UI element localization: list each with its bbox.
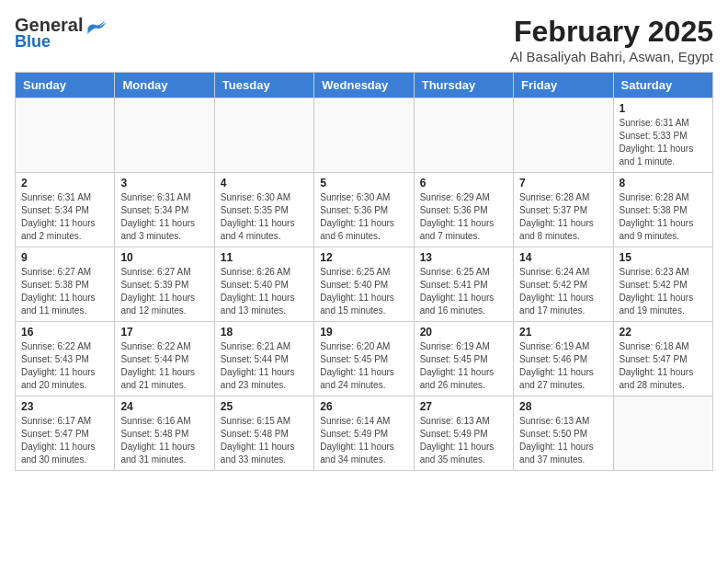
logo: General Blue (15, 15, 107, 52)
day-number: 14 (519, 251, 607, 264)
day-info: Sunrise: 6:25 AM Sunset: 5:41 PM Dayligh… (420, 266, 507, 317)
day-number: 12 (320, 251, 407, 264)
day-info: Sunrise: 6:21 AM Sunset: 5:44 PM Dayligh… (221, 340, 308, 392)
day-number: 25 (221, 400, 308, 413)
day-info: Sunrise: 6:20 AM Sunset: 5:45 PM Dayligh… (320, 340, 407, 392)
day-number: 28 (519, 400, 607, 413)
day-info: Sunrise: 6:19 AM Sunset: 5:46 PM Dayligh… (519, 340, 607, 392)
calendar-day-cell: 23Sunrise: 6:17 AM Sunset: 5:47 PM Dayli… (16, 396, 115, 471)
calendar-week-row: 23Sunrise: 6:17 AM Sunset: 5:47 PM Dayli… (16, 396, 713, 471)
day-number: 27 (420, 400, 507, 413)
calendar-day-cell: 2Sunrise: 6:31 AM Sunset: 5:34 PM Daylig… (16, 173, 115, 247)
logo-bird-icon (85, 17, 107, 35)
calendar-day-cell (314, 98, 414, 173)
day-info: Sunrise: 6:23 AM Sunset: 5:42 PM Dayligh… (620, 266, 707, 317)
day-info: Sunrise: 6:17 AM Sunset: 5:47 PM Dayligh… (21, 415, 108, 466)
calendar-subtitle: Al Basaliyah Bahri, Aswan, Egypt (510, 49, 713, 64)
day-info: Sunrise: 6:14 AM Sunset: 5:49 PM Dayligh… (320, 415, 407, 466)
calendar-day-cell: 24Sunrise: 6:16 AM Sunset: 5:48 PM Dayli… (115, 396, 214, 471)
calendar-day-cell: 5Sunrise: 6:30 AM Sunset: 5:36 PM Daylig… (314, 173, 414, 247)
day-info: Sunrise: 6:30 AM Sunset: 5:35 PM Dayligh… (221, 191, 308, 243)
day-number: 6 (420, 177, 507, 190)
weekday-header-friday: Friday (514, 73, 613, 98)
weekday-header-thursday: Thursday (414, 73, 513, 98)
calendar-day-cell: 6Sunrise: 6:29 AM Sunset: 5:36 PM Daylig… (414, 173, 513, 247)
day-info: Sunrise: 6:27 AM Sunset: 5:38 PM Dayligh… (21, 266, 108, 317)
day-info: Sunrise: 6:15 AM Sunset: 5:48 PM Dayligh… (221, 415, 308, 466)
day-number: 16 (21, 326, 108, 339)
day-number: 19 (320, 326, 407, 339)
calendar-day-cell: 3Sunrise: 6:31 AM Sunset: 5:34 PM Daylig… (115, 173, 214, 247)
day-info: Sunrise: 6:22 AM Sunset: 5:43 PM Dayligh… (21, 340, 108, 392)
calendar-day-cell: 9Sunrise: 6:27 AM Sunset: 5:38 PM Daylig… (16, 247, 115, 322)
calendar-day-cell: 17Sunrise: 6:22 AM Sunset: 5:44 PM Dayli… (115, 322, 214, 396)
day-info: Sunrise: 6:28 AM Sunset: 5:37 PM Dayligh… (519, 191, 607, 243)
day-number: 2 (21, 177, 108, 190)
calendar-header-row: SundayMondayTuesdayWednesdayThursdayFrid… (16, 73, 713, 98)
calendar-day-cell: 19Sunrise: 6:20 AM Sunset: 5:45 PM Dayli… (314, 322, 414, 396)
day-number: 22 (620, 326, 707, 339)
calendar-week-row: 9Sunrise: 6:27 AM Sunset: 5:38 PM Daylig… (16, 247, 713, 322)
day-info: Sunrise: 6:19 AM Sunset: 5:45 PM Dayligh… (420, 340, 507, 392)
day-number: 8 (620, 177, 707, 190)
header-area: General Blue February 2025 Al Basaliyah … (15, 15, 713, 64)
day-info: Sunrise: 6:24 AM Sunset: 5:42 PM Dayligh… (519, 266, 607, 317)
calendar-day-cell (16, 98, 115, 173)
weekday-header-saturday: Saturday (613, 73, 712, 98)
calendar-day-cell: 27Sunrise: 6:13 AM Sunset: 5:49 PM Dayli… (414, 396, 513, 471)
weekday-header-sunday: Sunday (16, 73, 115, 98)
day-info: Sunrise: 6:31 AM Sunset: 5:33 PM Dayligh… (620, 117, 707, 168)
weekday-header-monday: Monday (115, 73, 214, 98)
day-info: Sunrise: 6:16 AM Sunset: 5:48 PM Dayligh… (120, 415, 208, 466)
weekday-header-wednesday: Wednesday (314, 73, 414, 98)
calendar-day-cell: 4Sunrise: 6:30 AM Sunset: 5:35 PM Daylig… (214, 173, 313, 247)
day-number: 7 (519, 177, 607, 190)
calendar-day-cell (115, 98, 214, 173)
day-number: 13 (420, 251, 507, 264)
day-number: 9 (21, 251, 108, 264)
title-area: February 2025 Al Basaliyah Bahri, Aswan,… (510, 15, 713, 64)
calendar-day-cell: 16Sunrise: 6:22 AM Sunset: 5:43 PM Dayli… (16, 322, 115, 396)
calendar-day-cell: 8Sunrise: 6:28 AM Sunset: 5:38 PM Daylig… (613, 173, 712, 247)
day-info: Sunrise: 6:29 AM Sunset: 5:36 PM Dayligh… (420, 191, 507, 243)
day-number: 15 (620, 251, 707, 264)
calendar-week-row: 16Sunrise: 6:22 AM Sunset: 5:43 PM Dayli… (16, 322, 713, 396)
day-number: 10 (120, 251, 208, 264)
day-info: Sunrise: 6:13 AM Sunset: 5:49 PM Dayligh… (420, 415, 507, 466)
day-info: Sunrise: 6:13 AM Sunset: 5:50 PM Dayligh… (519, 415, 607, 466)
calendar-day-cell: 18Sunrise: 6:21 AM Sunset: 5:44 PM Dayli… (214, 322, 313, 396)
day-number: 24 (120, 400, 208, 413)
calendar-day-cell (214, 98, 313, 173)
calendar-day-cell: 25Sunrise: 6:15 AM Sunset: 5:48 PM Dayli… (214, 396, 313, 471)
day-info: Sunrise: 6:30 AM Sunset: 5:36 PM Dayligh… (320, 191, 407, 243)
calendar-day-cell: 15Sunrise: 6:23 AM Sunset: 5:42 PM Dayli… (613, 247, 712, 322)
calendar-week-row: 1Sunrise: 6:31 AM Sunset: 5:33 PM Daylig… (16, 98, 713, 173)
logo-blue-text: Blue (15, 32, 51, 52)
calendar-day-cell: 12Sunrise: 6:25 AM Sunset: 5:40 PM Dayli… (314, 247, 414, 322)
calendar-day-cell: 7Sunrise: 6:28 AM Sunset: 5:37 PM Daylig… (514, 173, 613, 247)
calendar-day-cell: 26Sunrise: 6:14 AM Sunset: 5:49 PM Dayli… (314, 396, 414, 471)
day-number: 18 (221, 326, 308, 339)
calendar-day-cell: 14Sunrise: 6:24 AM Sunset: 5:42 PM Dayli… (514, 247, 613, 322)
weekday-header-tuesday: Tuesday (214, 73, 313, 98)
day-number: 1 (620, 102, 707, 115)
day-info: Sunrise: 6:22 AM Sunset: 5:44 PM Dayligh… (120, 340, 208, 392)
calendar-day-cell: 28Sunrise: 6:13 AM Sunset: 5:50 PM Dayli… (514, 396, 613, 471)
calendar-day-cell: 20Sunrise: 6:19 AM Sunset: 5:45 PM Dayli… (414, 322, 513, 396)
calendar-day-cell: 10Sunrise: 6:27 AM Sunset: 5:39 PM Dayli… (115, 247, 214, 322)
day-info: Sunrise: 6:28 AM Sunset: 5:38 PM Dayligh… (620, 191, 707, 243)
day-number: 4 (221, 177, 308, 190)
day-number: 11 (221, 251, 308, 264)
day-info: Sunrise: 6:31 AM Sunset: 5:34 PM Dayligh… (120, 191, 208, 243)
day-number: 21 (519, 326, 607, 339)
calendar-table: SundayMondayTuesdayWednesdayThursdayFrid… (15, 72, 713, 471)
calendar-week-row: 2Sunrise: 6:31 AM Sunset: 5:34 PM Daylig… (16, 173, 713, 247)
day-number: 26 (320, 400, 407, 413)
calendar-day-cell (514, 98, 613, 173)
day-info: Sunrise: 6:25 AM Sunset: 5:40 PM Dayligh… (320, 266, 407, 317)
day-info: Sunrise: 6:27 AM Sunset: 5:39 PM Dayligh… (120, 266, 208, 317)
day-info: Sunrise: 6:26 AM Sunset: 5:40 PM Dayligh… (221, 266, 308, 317)
calendar-day-cell (613, 396, 712, 471)
day-info: Sunrise: 6:18 AM Sunset: 5:47 PM Dayligh… (620, 340, 707, 392)
calendar-title: February 2025 (510, 15, 713, 49)
